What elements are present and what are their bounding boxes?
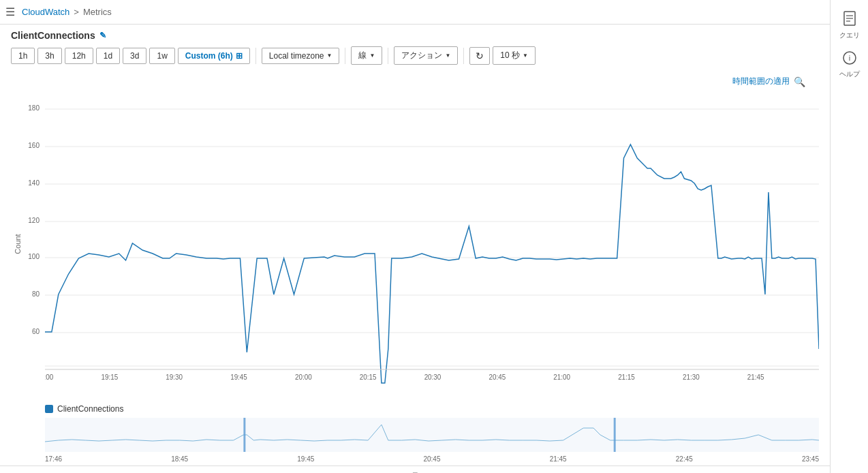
time-1w-button[interactable]: 1w	[149, 48, 174, 64]
y-axis: Count 180 160 140 120 100 80 60	[11, 90, 45, 399]
mini-chart-svg	[45, 418, 819, 452]
svg-text:20:45: 20:45	[489, 373, 506, 381]
mini-x-label-6: 22:45	[676, 455, 693, 463]
query-button[interactable]: クエリ	[835, 7, 864, 44]
svg-text:180: 180	[28, 104, 40, 112]
time-1d-button[interactable]: 1d	[96, 48, 120, 64]
breadcrumb-separator: >	[74, 7, 79, 17]
query-label: クエリ	[839, 31, 860, 40]
chart-type-dropdown[interactable]: 線 ▼	[351, 46, 382, 65]
help-button[interactable]: i ヘルプ	[835, 47, 864, 83]
svg-text:19:15: 19:15	[101, 373, 118, 381]
help-icon: i	[843, 51, 856, 68]
edit-title-icon[interactable]: ✎	[99, 31, 106, 40]
svg-text:100: 100	[28, 253, 40, 260]
svg-rect-34	[45, 418, 819, 452]
page-title: ClientConnections	[11, 30, 95, 41]
chart-container: 時間範囲の適用 🔍 Count 180 160 140 120 100 80	[0, 70, 830, 463]
svg-text:60: 60	[32, 328, 40, 335]
y-axis-label: Count	[14, 234, 22, 254]
chart-type-label: 線	[358, 50, 367, 61]
bottom-bar: ≡	[0, 466, 830, 473]
hamburger-icon[interactable]: ☰	[5, 5, 15, 18]
query-icon	[843, 11, 856, 29]
svg-rect-35	[243, 418, 245, 452]
chart-type-arrow: ▼	[369, 52, 375, 59]
svg-text:80: 80	[32, 290, 40, 298]
top-bar: ☰ CloudWatch > Metrics	[0, 0, 830, 25]
apply-range-bar: 時間範囲の適用 🔍	[11, 76, 819, 87]
help-label: ヘルプ	[839, 70, 860, 79]
interval-arrow: ▼	[523, 52, 528, 59]
svg-text:20:00: 20:00	[295, 373, 312, 381]
svg-text:21:00: 21:00	[553, 373, 570, 381]
title-bar: ClientConnections ✎	[0, 25, 830, 44]
time-1h-button[interactable]: 1h	[11, 48, 35, 64]
toolbar-separator-4	[463, 48, 464, 64]
time-3h-button[interactable]: 3h	[37, 48, 61, 64]
breadcrumb: CloudWatch > Metrics	[22, 7, 112, 17]
main-content: ☰ CloudWatch > Metrics ClientConnections…	[0, 0, 830, 473]
svg-text:19:30: 19:30	[166, 373, 183, 381]
chart-area: Count 180 160 140 120 100 80 60	[11, 90, 819, 399]
custom-time-button[interactable]: Custom (6h) ⊞	[178, 48, 250, 64]
toolbar-separator-2	[345, 48, 345, 64]
time-3d-button[interactable]: 3d	[123, 48, 146, 64]
apply-range-label[interactable]: 時間範囲の適用	[732, 76, 790, 87]
timezone-dropdown[interactable]: Local timezone ▼	[262, 48, 340, 64]
mini-x-label-4: 20:45	[423, 455, 440, 463]
svg-text:21:45: 21:45	[747, 373, 764, 381]
actions-arrow: ▼	[445, 52, 450, 59]
chart-legend: ClientConnections	[11, 399, 819, 416]
timezone-label: Local timezone	[269, 51, 324, 61]
svg-text:21:30: 21:30	[683, 373, 700, 381]
toolbar-separator-1	[255, 48, 256, 64]
svg-text:i: i	[848, 54, 850, 62]
mini-x-label-5: 21:45	[550, 455, 567, 463]
toolbar: 1h 3h 12h 1d 3d 1w Custom (6h) ⊞ Local t…	[0, 44, 830, 70]
refresh-icon: ↻	[476, 50, 484, 61]
interval-label: 10 秒	[500, 50, 520, 61]
mini-x-label-1: 17:46	[45, 455, 62, 463]
actions-label: アクション	[401, 50, 442, 61]
mini-x-labels: 17:46 18:45 19:45 20:45 21:45 22:45 23:4…	[45, 455, 819, 463]
timezone-arrow: ▼	[327, 52, 332, 59]
breadcrumb-metrics: Metrics	[83, 7, 112, 17]
custom-time-label: Custom (6h)	[185, 51, 233, 61]
svg-text:20:30: 20:30	[424, 373, 441, 381]
svg-text:19:00: 19:00	[45, 373, 54, 381]
svg-text:20:15: 20:15	[360, 373, 377, 381]
mini-x-label-3: 19:45	[297, 455, 314, 463]
mini-chart-container: 17:46 18:45 19:45 20:45 21:45 22:45 23:4…	[45, 418, 819, 463]
svg-text:19:45: 19:45	[230, 373, 247, 381]
legend-color-dot	[45, 405, 53, 413]
time-12h-button[interactable]: 12h	[65, 48, 93, 64]
svg-rect-36	[614, 418, 616, 452]
actions-dropdown[interactable]: アクション ▼	[394, 46, 458, 65]
svg-text:160: 160	[28, 142, 40, 149]
mini-x-label-7: 23:45	[802, 455, 819, 463]
interval-dropdown[interactable]: 10 秒 ▼	[493, 46, 536, 65]
svg-text:120: 120	[28, 217, 40, 224]
breadcrumb-cloudwatch[interactable]: CloudWatch	[22, 7, 69, 17]
svg-text:140: 140	[28, 179, 40, 187]
calendar-icon: ⊞	[236, 51, 243, 61]
bottom-handle[interactable]: ≡	[412, 469, 418, 473]
legend-label: ClientConnections	[57, 404, 123, 414]
main-chart: 19:00 19:15 19:30 19:45 20:00 20:15 20:3…	[45, 90, 819, 399]
zoom-icon[interactable]: 🔍	[794, 76, 805, 87]
refresh-button[interactable]: ↻	[469, 47, 490, 65]
right-panel: クエリ i ヘルプ	[830, 0, 868, 473]
svg-text:21:15: 21:15	[618, 373, 635, 381]
mini-x-label-2: 18:45	[171, 455, 188, 463]
toolbar-separator-3	[388, 48, 388, 64]
